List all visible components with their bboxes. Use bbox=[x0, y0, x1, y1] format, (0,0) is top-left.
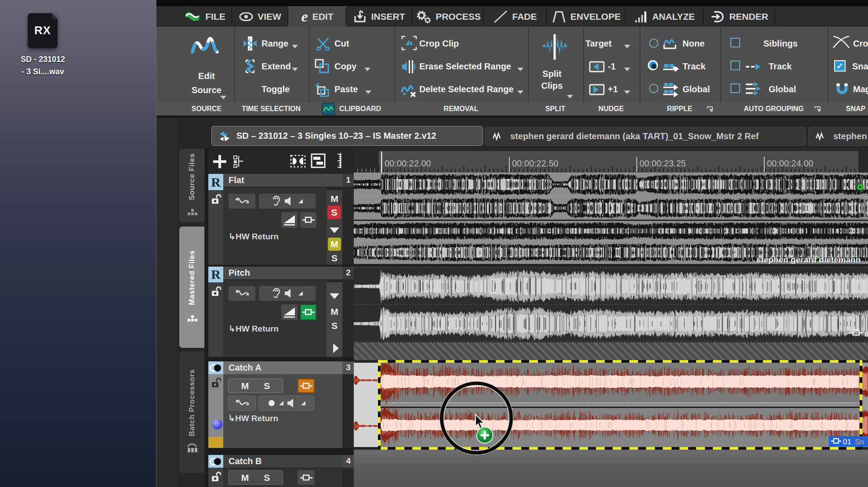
svg-text:00:00:22.00: 00:00:22.00 bbox=[385, 159, 431, 168]
svg-text:00:00:23.25: 00:00:23.25 bbox=[639, 159, 686, 168]
svg-text:01: 01 bbox=[843, 438, 851, 446]
svg-text:00:00:22.50: 00:00:22.50 bbox=[512, 159, 559, 168]
svg-text:00:00:24.00: 00:00:24.00 bbox=[767, 159, 814, 168]
svg-text:Sn: Sn bbox=[855, 438, 864, 446]
svg-text:stephen gerard dietemann: stephen gerard dietemann bbox=[756, 255, 861, 264]
svg-text:s: s bbox=[864, 330, 868, 338]
